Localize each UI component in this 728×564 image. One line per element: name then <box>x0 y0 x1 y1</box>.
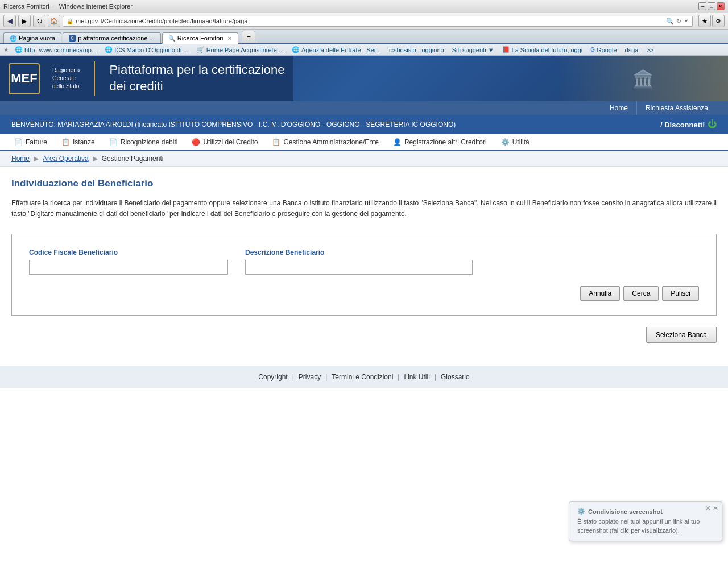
welcome-text: BENVENUTO: MARIAGRAZIA AIROLDI (Incarica… <box>11 121 456 128</box>
header-logo: MEF Ragioneria Generale dello Stato Piat… <box>0 56 293 101</box>
ricognizione-icon: 📄 <box>109 138 118 146</box>
gestione-icon: 📋 <box>272 138 280 146</box>
pulisci-button[interactable]: Pulisci <box>662 286 699 301</box>
back-button[interactable]: ◀ <box>3 15 16 27</box>
header-nav: Home Richiesta Assistenza <box>0 101 728 115</box>
site-footer: Copyright | Privacy | Termini e Condizio… <box>0 366 728 388</box>
breadcrumb-area-operativa[interactable]: Area Operativa <box>43 155 89 163</box>
close-button[interactable]: ✕ <box>717 2 725 10</box>
menu-ricognizione[interactable]: 📄 Ricognizione debiti <box>104 134 184 150</box>
footer-privacy[interactable]: Privacy <box>299 373 321 381</box>
seleziona-banca-area: Seleziona Banca <box>11 327 717 343</box>
menu-fatture[interactable]: 📄 Fatture <box>9 134 53 150</box>
footer-termini[interactable]: Termini e Condizioni <box>332 373 393 381</box>
tabs-bar: 🌐 Pagina vuota 8 piattaforma certificazi… <box>0 30 728 44</box>
tab-icon-2: 8 <box>69 35 76 42</box>
org-text: Ragioneria Generale dello Stato <box>52 67 80 90</box>
building-image: 🏛️ <box>557 56 728 101</box>
bookmark-comune[interactable]: 🌐 http--www.comunecamp... <box>13 45 99 54</box>
header-image: 🏛️ <box>557 56 728 101</box>
footer-links: Copyright | Privacy | Termini e Condizio… <box>11 373 717 381</box>
bookmark-acquistinrete[interactable]: 🛒 Home Page Acquistinrete ... <box>195 45 286 54</box>
ssl-icon: 🔒 <box>67 18 73 24</box>
utilizzi-icon: 🔴 <box>192 138 200 146</box>
bookmark-ics[interactable]: 🌐 ICS Marco D'Oggiono di ... <box>102 45 191 54</box>
bookmark-icon-5: 📕 <box>502 46 510 53</box>
site-header: MEF Ragioneria Generale dello Stato Piat… <box>0 56 728 101</box>
bookmarks-icon: ★ <box>3 46 9 53</box>
page-title: Individuazione del Beneficiario <box>11 178 717 189</box>
utilita-icon: ⚙️ <box>501 138 510 146</box>
menu-utilita[interactable]: ⚙️ Utilità <box>495 134 535 150</box>
nav-assistenza[interactable]: Richiesta Assistenza <box>636 101 717 115</box>
menu-utilizzi[interactable]: 🔴 Utilizzi del Credito <box>186 134 263 150</box>
tab-close-button[interactable]: ✕ <box>228 35 232 42</box>
bookmark-icon: 🌐 <box>15 46 23 53</box>
maximize-button[interactable]: □ <box>708 2 715 10</box>
seleziona-banca-button[interactable]: Seleziona Banca <box>646 327 717 343</box>
footer-copyright[interactable]: Copyright <box>258 373 287 381</box>
address-bar[interactable]: 🔒 mef.gov.it/CertificazioneCredito/prote… <box>63 16 693 27</box>
tab-piattaforma[interactable]: 8 piattaforma certificazione ... <box>63 32 161 43</box>
codice-fiscale-input[interactable] <box>29 260 228 275</box>
bookmark-google[interactable]: G Google <box>588 46 619 54</box>
menu-bar: 📄 Fatture 📋 Istanze 📄 Ricognizione debit… <box>0 134 728 151</box>
bookmark-more[interactable]: >> <box>644 46 656 54</box>
menu-gestione[interactable]: 📋 Gestione Amministrazione/Ente <box>266 134 384 150</box>
menu-istanze[interactable]: 📋 Istanze <box>56 134 101 150</box>
breadcrumb: Home ▶ Area Operativa ▶ Gestione Pagamen… <box>0 151 728 167</box>
form-row: Codice Fiscale Beneficiario Descrizione … <box>29 248 699 275</box>
browser-title: Ricerca Fornitori — Windows Internet Exp… <box>3 3 696 10</box>
welcome-bar: BENVENUTO: MARIAGRAZIA AIROLDI (Incarica… <box>0 115 728 134</box>
tab-icon: 🌐 <box>10 35 16 42</box>
browser-action-btns: ★ ⚙ <box>698 15 725 27</box>
breadcrumb-sep-1: ▶ <box>34 155 39 163</box>
bookmark-siti-suggeriti[interactable]: Siti suggeriti ▼ <box>450 46 497 54</box>
forward-button[interactable]: ▶ <box>18 15 31 27</box>
descrizione-label: Descrizione Beneficiario <box>245 248 473 256</box>
new-tab-button[interactable]: + <box>242 31 255 43</box>
fatture-icon: 📄 <box>14 138 23 146</box>
footer-link-utili[interactable]: Link Utili <box>404 373 429 381</box>
disconnect-button[interactable]: / Disconnetti ⏻ <box>660 119 717 130</box>
codice-label: Codice Fiscale Beneficiario <box>29 248 228 256</box>
annulla-button[interactable]: Annulla <box>580 286 620 301</box>
search-form: Codice Fiscale Beneficiario Descrizione … <box>11 234 717 316</box>
registrazione-icon: 👤 <box>393 138 402 146</box>
search-icon: 🔍 <box>666 18 674 25</box>
cerca-button[interactable]: Cerca <box>623 286 659 301</box>
footer-sep-2: | <box>325 373 327 381</box>
url-text: mef.gov.it/CertificazioneCredito/protect… <box>76 18 664 24</box>
page-description: Effettuare la ricerca per individuare il… <box>11 198 717 219</box>
form-actions: Annulla Cerca Pulisci <box>29 286 699 301</box>
power-icon: ⏻ <box>708 119 717 130</box>
menu-registrazione[interactable]: 👤 Registrazione altri Creditori <box>387 134 493 150</box>
breadcrumb-home[interactable]: Home <box>11 155 30 163</box>
footer-sep-4: | <box>435 373 436 381</box>
breadcrumb-sep-2: ▶ <box>93 155 98 163</box>
bookmark-dsga[interactable]: dsga <box>623 46 641 54</box>
tab-ricerca-fornitori[interactable]: 🔍 Ricerca Fornitori ✕ <box>162 32 239 44</box>
page-content: MEF Ragioneria Generale dello Stato Piat… <box>0 56 728 397</box>
codice-fiscale-group: Codice Fiscale Beneficiario <box>29 248 228 275</box>
caret-icon: ▼ <box>684 18 689 24</box>
bookmark-scuola[interactable]: 📕 La Scuola del futuro, oggi <box>500 45 585 54</box>
footer-glossario[interactable]: Glossario <box>441 373 470 381</box>
tab-pagina-vuota[interactable]: 🌐 Pagina vuota <box>3 32 61 43</box>
tab-icon-active: 🔍 <box>168 35 175 42</box>
home-button[interactable]: 🏠 <box>48 15 60 27</box>
site-header-wrapper: MEF Ragioneria Generale dello Stato Piat… <box>0 56 728 115</box>
main-content: Individuazione del Beneficiario Effettua… <box>0 167 728 366</box>
window-controls: ─ □ ✕ <box>698 2 725 10</box>
descrizione-input[interactable] <box>245 260 473 275</box>
star-button[interactable]: ★ <box>698 15 711 27</box>
bookmark-icon-3: 🛒 <box>197 46 205 53</box>
minimize-button[interactable]: ─ <box>698 2 706 10</box>
bookmark-agenzia[interactable]: 🌐 Agenzia delle Entrate - Ser... <box>289 45 383 54</box>
nav-home[interactable]: Home <box>601 101 636 115</box>
bookmark-icon-google: G <box>590 47 595 53</box>
mef-badge: MEF <box>9 63 40 94</box>
settings-button[interactable]: ⚙ <box>712 15 725 27</box>
refresh-button[interactable]: ↻ <box>33 15 46 27</box>
bookmark-icsbosisio[interactable]: icsbosisio - oggiono <box>387 46 446 54</box>
